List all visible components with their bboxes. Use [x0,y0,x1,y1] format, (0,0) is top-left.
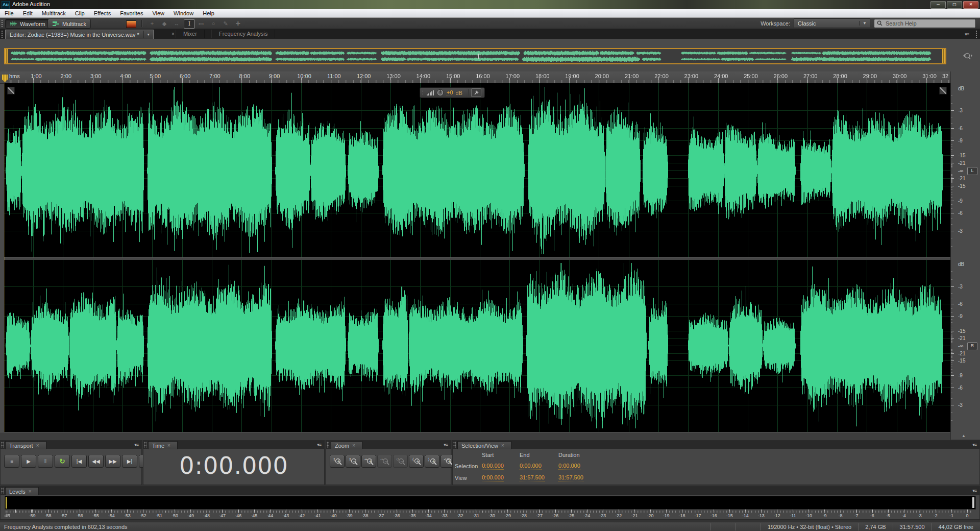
overview-waveform[interactable] [8,50,944,63]
time-close-icon[interactable]: × [167,443,170,448]
hud-grip[interactable] [422,89,424,96]
overview-right-handle[interactable] [942,49,945,63]
title-bar[interactable]: Au Adobe Audition ─ ▢ ✕ [0,0,980,9]
time-tab[interactable]: Time × [148,441,178,449]
tab-mixer[interactable]: Mixer [176,30,205,38]
channel-r-button[interactable]: R [967,342,977,350]
skip-to-next-button[interactable]: ▶| [122,455,137,468]
selection-view-close-icon[interactable]: × [501,443,504,448]
zoom-close-icon[interactable]: × [352,443,355,448]
slip-tool[interactable]: ↔ [172,19,182,28]
volume-knob-icon[interactable] [436,89,444,96]
search-input[interactable] [885,20,963,27]
levels-tab[interactable]: Levels × [5,487,39,495]
meter-clip-indicator[interactable] [972,497,974,508]
status-file-size: 2,74 GB [858,523,892,530]
lasso-selection-tool[interactable]: ○ [208,19,218,28]
amplitude-ruler[interactable]: dB-3-3-6-6-9-9-15-15-21-21-∞LdB-3-3-6-6-… [950,71,980,440]
horizontal-scrollbar[interactable] [0,432,950,440]
hud-pin-button[interactable] [471,88,481,97]
zoom-out-time-button[interactable]: ↔− [377,455,392,468]
tab-editor-file[interactable]: Editor: Zodiac (=1983=) Music in the Uni… [5,30,154,39]
time-display[interactable]: 0:00.000 [143,452,324,479]
skip-to-previous-button[interactable]: |◀ [71,455,87,468]
menu-effects[interactable]: Effects [89,9,115,17]
close-button[interactable]: ✕ [963,1,978,9]
spectral-display-button[interactable] [126,20,136,28]
view-start-value[interactable]: 0:00.000 [482,474,504,481]
selection-duration-value[interactable]: 0:00.000 [558,463,580,470]
zoom-out-full-button[interactable]: ↺− [393,455,408,468]
menu-favorites[interactable]: Favorites [115,9,148,17]
selection-view-tab[interactable]: Selection/View × [457,441,511,449]
time-menu-icon[interactable]: ▾≡ [317,442,321,447]
view-end-value[interactable]: 31:57.500 [520,474,545,481]
toolbar-grip[interactable] [1,19,4,27]
fast-forward-button[interactable]: ▶▶ [105,455,120,468]
menu-file[interactable]: File [0,9,18,17]
transport-close-icon[interactable]: × [36,443,39,448]
zoom-in-at-in-point-button[interactable]: {+ [409,455,424,468]
zoom-menu-icon[interactable]: ▾≡ [444,442,448,447]
help-search-box[interactable] [874,19,976,28]
levels-grip[interactable] [1,488,4,494]
editor-tab-dropdown-icon[interactable]: ▼ [143,31,153,38]
pause-button[interactable]: Ⅱ [38,455,53,468]
stop-button[interactable]: ■ [4,455,19,468]
selection-view-grip[interactable] [453,442,456,448]
zoom-tab[interactable]: Zoom × [331,441,362,449]
overview-zoom-navigator-icon[interactable] [962,51,974,61]
volume-hud[interactable]: +0 dB [420,87,485,98]
rewind-button[interactable]: ◀◀ [88,455,104,468]
zoom-in-at-out-point-button[interactable]: }+ [425,455,439,468]
tab-frequency-analysis[interactable]: Frequency Analysis [211,30,275,38]
selection-end-value[interactable]: 0:00.000 [520,463,542,470]
workspace-select[interactable]: Classic ▼ [794,18,870,28]
waveform-display[interactable] [4,83,950,432]
fade-in-handle[interactable] [7,87,15,94]
zoom-in-amplitude-button[interactable]: ↕+ [330,455,345,468]
overview-range-bar[interactable] [4,48,946,64]
time-grip[interactable] [144,442,146,448]
tabbar-grip[interactable] [1,30,4,38]
panel-menu-icon[interactable]: ▾≡ [965,32,969,37]
view-duration-value[interactable]: 31:57.500 [558,474,583,481]
overview-center-grip[interactable] [477,54,481,59]
waveform-view-button[interactable]: Waveform [5,19,50,29]
menu-edit[interactable]: Edit [18,9,37,17]
menu-view[interactable]: View [148,9,169,17]
zoom-grip[interactable] [327,442,329,448]
time-selection-tool[interactable]: I [184,19,195,29]
zoom-in-time-button[interactable]: ↔+ [361,455,376,468]
menu-clip[interactable]: Clip [70,9,89,17]
hud-gain-value[interactable]: +0 [447,89,453,96]
transport-tab[interactable]: Transport × [5,441,46,449]
play-button[interactable]: ▶ [21,455,36,468]
selection-view-menu-icon[interactable]: ▾≡ [972,442,976,447]
marquee-selection-tool[interactable]: ▭ [196,19,206,28]
maximize-button[interactable]: ▢ [947,1,962,9]
overview-left-handle[interactable] [5,49,8,63]
fade-out-handle[interactable] [939,87,947,94]
transport-menu-icon[interactable]: ▾≡ [134,442,138,447]
move-tool[interactable]: + [147,19,157,28]
zoom-out-amplitude-button[interactable]: ↕− [346,455,360,468]
menu-window[interactable]: Window [169,9,198,17]
scroll-up-arrow-icon[interactable]: ▲ [962,433,966,438]
spot-healing-brush-tool[interactable]: ✚ [233,19,243,28]
minimize-button[interactable]: ─ [930,1,946,9]
loop-playback-button[interactable]: ↻ [55,455,70,468]
razor-tool[interactable]: ◆ [159,19,169,28]
timeline-ruler[interactable]: hms 1:002:003:004:005:006:007:008:009:00… [0,71,950,84]
selection-start-value[interactable]: 0:00.000 [482,463,504,470]
transport-grip[interactable] [1,442,4,448]
levels-close-icon[interactable]: × [29,489,32,494]
menu-multitrack[interactable]: Multitrack [37,9,70,17]
channel-l-button[interactable]: L [967,167,977,175]
levels-menu-icon[interactable]: ▾≡ [972,488,976,493]
paintbrush-tool[interactable]: ✎ [220,19,231,28]
tabbar-right-grip[interactable] [975,30,978,38]
menu-help[interactable]: Help [198,9,219,17]
multitrack-view-button[interactable]: Multitrack [47,19,91,29]
editor-tab-close-icon[interactable]: × [172,31,175,37]
